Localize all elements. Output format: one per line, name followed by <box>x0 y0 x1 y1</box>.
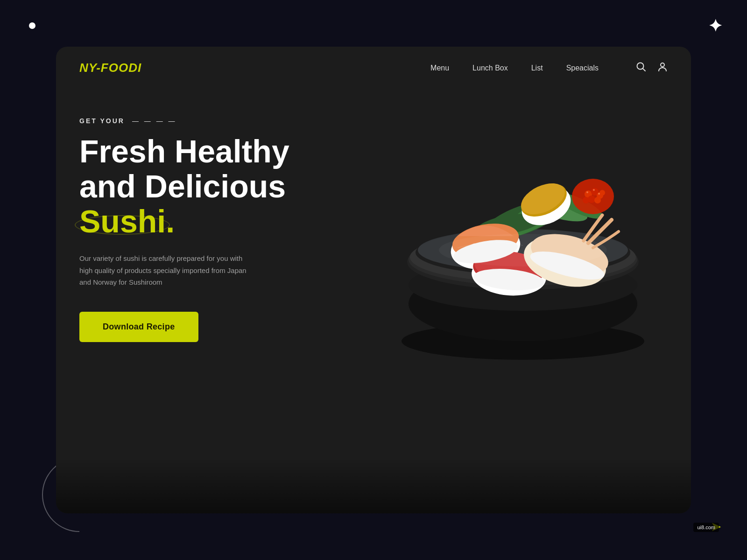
nav-list[interactable]: List <box>531 64 543 72</box>
svg-point-32 <box>583 197 589 203</box>
logo[interactable]: NY-FOODI <box>79 61 141 75</box>
hero-eyebrow: GET YOUR — — — — <box>79 117 344 125</box>
svg-point-31 <box>594 197 601 203</box>
hero-description: Our variety of sushi is carefully prepar… <box>79 252 257 288</box>
svg-point-40 <box>439 234 607 266</box>
download-recipe-button[interactable]: Download Recipe <box>79 312 198 342</box>
navbar: NY-FOODI Menu Lunch Box List Speacials <box>56 47 691 89</box>
nav-lunchbox[interactable]: Lunch Box <box>472 64 508 72</box>
eyebrow-text: GET YOUR <box>79 117 125 125</box>
eyebrow-dash: — — — — <box>132 117 177 125</box>
decorative-logo-symbol: ✦ <box>708 16 721 36</box>
svg-point-33 <box>599 190 605 196</box>
decorative-dot <box>29 22 35 29</box>
main-card: NY-FOODI Menu Lunch Box List Speacials <box>56 47 691 513</box>
sushi-bowl <box>364 80 682 397</box>
nav-links: Menu Lunch Box List Speacials <box>430 64 599 72</box>
hero-content: GET YOUR — — — — Fresh Healthy and Delic… <box>79 108 344 490</box>
hero-section: GET YOUR — — — — Fresh Healthy and Delic… <box>56 89 691 513</box>
hero-title: Fresh Healthy and Delicious Sushi. <box>79 134 344 238</box>
watermark: ui8.com <box>693 523 719 532</box>
nav-menu[interactable]: Menu <box>430 64 449 72</box>
search-icon[interactable] <box>636 62 646 74</box>
svg-point-36 <box>598 193 600 195</box>
title-line2: and Delicious <box>79 169 344 204</box>
title-highlight: Sushi. <box>79 204 175 239</box>
user-icon[interactable] <box>657 62 668 74</box>
svg-point-35 <box>593 189 595 191</box>
title-line1: Fresh Healthy <box>79 134 344 169</box>
hero-image-area <box>344 108 668 490</box>
nav-specials[interactable]: Speacials <box>566 64 599 72</box>
svg-line-1 <box>643 69 646 71</box>
svg-point-2 <box>661 63 664 67</box>
svg-point-34 <box>586 191 588 193</box>
nav-icons <box>636 62 668 74</box>
